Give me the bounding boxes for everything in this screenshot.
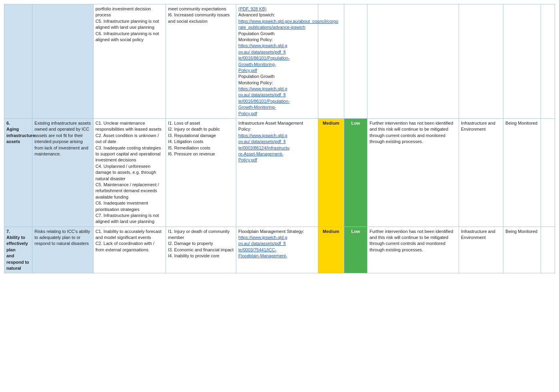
status-7: Being Monitored bbox=[503, 227, 541, 273]
pop-growth-link-1[interactable]: https://www.ipswich.qld.gov.au/ data/ass… bbox=[238, 43, 289, 73]
treatment-6: Further intervention has not been identi… bbox=[367, 119, 459, 227]
floodplain-link[interactable]: https://www.ipswich.qld.gov.au/ data/ass… bbox=[238, 235, 287, 258]
table-row: 6.Aginginfrastructureassets Existing inf… bbox=[4, 119, 555, 227]
impacts-text-7: I1. Injury or death of community memberI… bbox=[168, 229, 234, 259]
impacts-text-6: I1. Loss of assetI2. Injury or death to … bbox=[168, 121, 220, 156]
status-text-7: Being Monitored bbox=[505, 229, 537, 234]
directorate-cell bbox=[459, 4, 503, 119]
pdf-link[interactable]: (PDF, 928 KB) bbox=[238, 6, 266, 11]
impacts-cell: meet community expectationsI6. Increased… bbox=[166, 4, 236, 119]
treatment-text-6: Further intervention has not been identi… bbox=[369, 121, 453, 144]
directorate-7: Infrastructure and Environment bbox=[459, 227, 503, 273]
extra-6 bbox=[541, 119, 555, 227]
causes-6: C1. Unclear maintenance responsibilities… bbox=[93, 119, 166, 227]
extra-7 bbox=[541, 227, 555, 273]
risk-id-cell bbox=[4, 4, 32, 119]
causes-text-7: C1. Inability to accurately forecast and… bbox=[96, 229, 162, 252]
table-row: 7.Ability toeffectively planand respond … bbox=[4, 227, 555, 273]
consequence-value-7: Low bbox=[351, 229, 360, 234]
status-cell bbox=[503, 4, 541, 119]
risk-desc-6: Existing infrastructure assets owned and… bbox=[32, 119, 93, 227]
causes-cell: portfolio investment decision processC5.… bbox=[93, 4, 166, 119]
pop-growth-link-2[interactable]: https://www.ipswich.qld.gov.au/ data/ass… bbox=[238, 86, 289, 116]
risk-number-7: 7.Ability toeffectively planand respond … bbox=[6, 229, 29, 271]
consequence-7: Low bbox=[344, 227, 367, 273]
status-text-6: Being Monitored bbox=[505, 121, 537, 125]
risk-desc-text-7: Risks relating to ICC's ability to adequ… bbox=[34, 229, 90, 246]
risk-number: 6.Aginginfrastructureassets bbox=[6, 121, 35, 144]
extra-cell bbox=[541, 4, 555, 119]
causes-7: C1. Inability to accurately forecast and… bbox=[93, 227, 166, 273]
pop-growth-label-2: Population GrowthMonitoring Policy: bbox=[238, 74, 275, 85]
treatment-text-7: Further intervention has not been identi… bbox=[369, 229, 453, 252]
risk-id-6: 6.Aginginfrastructureassets bbox=[4, 119, 32, 227]
likelihood-value-7: Medium bbox=[323, 229, 339, 234]
consequence-cell bbox=[344, 4, 367, 119]
impacts-6: I1. Loss of assetI2. Injury or death to … bbox=[166, 119, 236, 227]
page: portfolio investment decision processC5.… bbox=[0, 0, 559, 277]
treatment-cell bbox=[367, 4, 459, 119]
impacts-7: I1. Injury or death of community memberI… bbox=[166, 227, 236, 273]
risk-desc-cell bbox=[32, 4, 93, 119]
causes-text: portfolio investment decision processC5.… bbox=[96, 6, 159, 42]
risk-desc-7: Risks relating to ICC's ability to adequ… bbox=[32, 227, 93, 273]
causes-text-6: C1. Unclear maintenance responsibilities… bbox=[96, 121, 162, 224]
controls-6: Infrastructure Asset Management Policy: … bbox=[236, 119, 318, 227]
risk-id-7: 7.Ability toeffectively planand respond … bbox=[4, 227, 32, 273]
directorate-text-6: Infrastructure and Environment bbox=[461, 121, 495, 131]
directorate-6: Infrastructure and Environment bbox=[459, 119, 503, 227]
consequence-6: Low bbox=[344, 119, 367, 227]
controls-label-7: Floodplain Management Strategy: bbox=[238, 229, 304, 234]
controls-cell: (PDF, 928 KB) Advanced Ipswich: https://… bbox=[236, 4, 318, 119]
impacts-text: meet community expectationsI6. Increased… bbox=[168, 6, 230, 24]
likelihood-7: Medium bbox=[318, 227, 344, 273]
status-6: Being Monitored bbox=[503, 119, 541, 227]
table-row: portfolio investment decision processC5.… bbox=[4, 4, 555, 119]
risk-desc-text-6: Existing infrastructure assets owned and… bbox=[34, 121, 91, 156]
directorate-text-7: Infrastructure and Environment bbox=[461, 229, 495, 240]
likelihood-6: Medium bbox=[318, 119, 344, 227]
likelihood-value-6: Medium bbox=[323, 121, 339, 125]
treatment-7: Further intervention has not been identi… bbox=[367, 227, 459, 273]
pop-growth-label-1: Population GrowthMonitoring Policy: bbox=[238, 31, 275, 42]
controls-7: Floodplain Management Strategy: https://… bbox=[236, 227, 318, 273]
infra-asset-link[interactable]: https://www.ipswich.qld.gov.au/ data/ass… bbox=[238, 133, 289, 163]
risk-table: portfolio investment decision processC5.… bbox=[4, 4, 555, 273]
consequence-value-6: Low bbox=[351, 121, 360, 125]
controls-label-6: Infrastructure Asset Management Policy: bbox=[238, 121, 303, 131]
